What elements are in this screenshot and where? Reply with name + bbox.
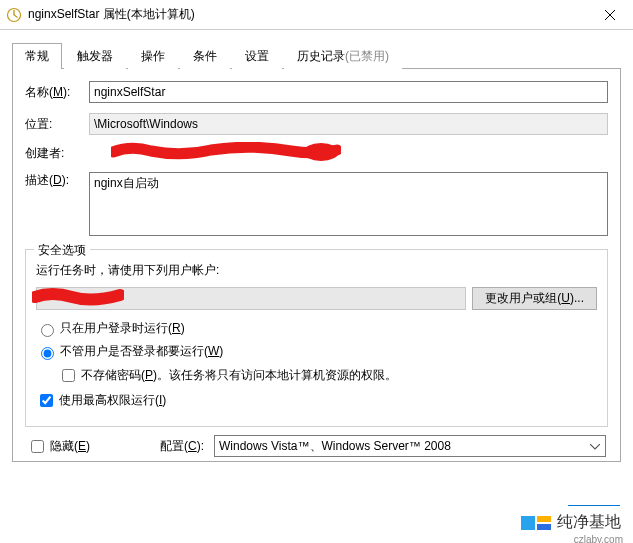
runwhen-label: 运行任务时，请使用下列用户帐户: xyxy=(36,262,597,279)
watermark-logo-icon xyxy=(521,516,551,530)
user-account-field xyxy=(36,287,466,310)
checkbox-hidden[interactable]: 隐藏(E) xyxy=(27,437,90,456)
radio-whether-logged-on-input[interactable] xyxy=(41,347,54,360)
location-field xyxy=(89,113,608,135)
radio-whether-logged-on[interactable]: 不管用户是否登录都要运行(W) xyxy=(36,343,597,360)
description-input[interactable] xyxy=(89,172,608,236)
tab-general[interactable]: 常规 xyxy=(12,43,62,69)
tab-panel-general: 名称(M): 位置: 创建者: 描述(D): 安全选项 运行任务时，请使用下列用… xyxy=(12,69,621,462)
radio-only-logged-on-input[interactable] xyxy=(41,324,54,337)
security-legend: 安全选项 xyxy=(34,242,90,259)
name-label: 名称(M): xyxy=(25,84,89,101)
svg-point-1 xyxy=(303,143,339,161)
window-title: nginxSelfStar 属性(本地计算机) xyxy=(28,6,195,23)
radio-only-logged-on[interactable]: 只在用户登录时运行(R) xyxy=(36,320,597,337)
redaction-mark xyxy=(111,142,341,162)
watermark-url: czlaby.com xyxy=(574,534,623,543)
checkbox-no-store-password-input[interactable] xyxy=(62,369,75,382)
task-scheduler-icon xyxy=(6,7,22,23)
checkbox-run-highest-input[interactable] xyxy=(40,394,53,407)
close-button[interactable] xyxy=(587,0,633,30)
change-user-button[interactable]: 更改用户或组(U)... xyxy=(472,287,597,310)
creator-label: 创建者: xyxy=(25,145,89,162)
name-input[interactable] xyxy=(89,81,608,103)
checkbox-hidden-input[interactable] xyxy=(31,440,44,453)
description-label: 描述(D): xyxy=(25,172,89,189)
tab-triggers[interactable]: 触发器 xyxy=(64,43,126,69)
checkbox-no-store-password[interactable]: 不存储密码(P)。该任务将只有访问本地计算机资源的权限。 xyxy=(58,366,597,385)
tab-strip: 常规 触发器 操作 条件 设置 历史记录(已禁用) xyxy=(12,42,621,69)
redaction-mark xyxy=(32,287,124,307)
configure-label: 配置(C): xyxy=(160,438,204,455)
tab-history[interactable]: 历史记录(已禁用) xyxy=(284,43,402,69)
checkbox-run-highest[interactable]: 使用最高权限运行(I) xyxy=(36,391,597,410)
titlebar: nginxSelfStar 属性(本地计算机) xyxy=(0,0,633,30)
security-options-group: 安全选项 运行任务时，请使用下列用户帐户: 更改用户或组(U)... 只在用户登… xyxy=(25,249,608,427)
tab-actions[interactable]: 操作 xyxy=(128,43,178,69)
tab-settings[interactable]: 设置 xyxy=(232,43,282,69)
close-icon xyxy=(605,10,615,20)
tab-conditions[interactable]: 条件 xyxy=(180,43,230,69)
configure-select[interactable]: Windows Vista™、Windows Server™ 2008 xyxy=(214,435,606,457)
location-label: 位置: xyxy=(25,116,89,133)
watermark-text: 纯净基地 xyxy=(557,512,621,533)
